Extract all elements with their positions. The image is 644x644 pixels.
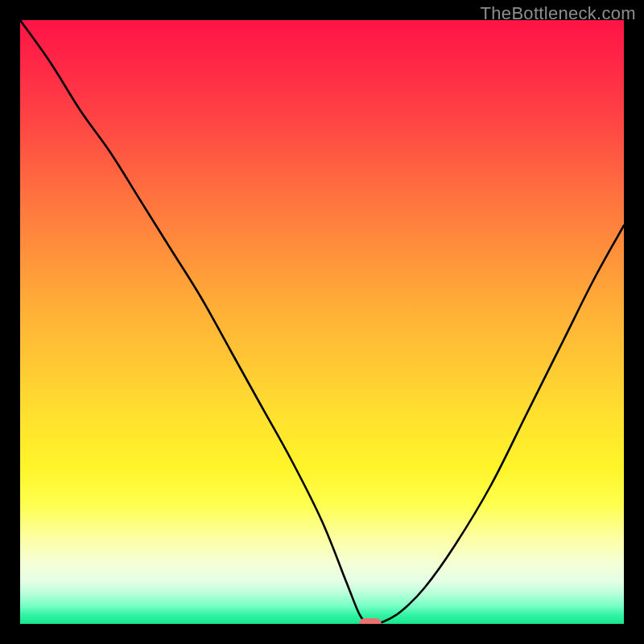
bottleneck-curve [20,20,624,624]
curve-path [20,20,624,624]
optimal-marker [359,618,382,624]
watermark-text: TheBottleneck.com [481,3,636,24]
chart-frame: TheBottleneck.com [0,0,644,644]
plot-area [20,20,624,624]
